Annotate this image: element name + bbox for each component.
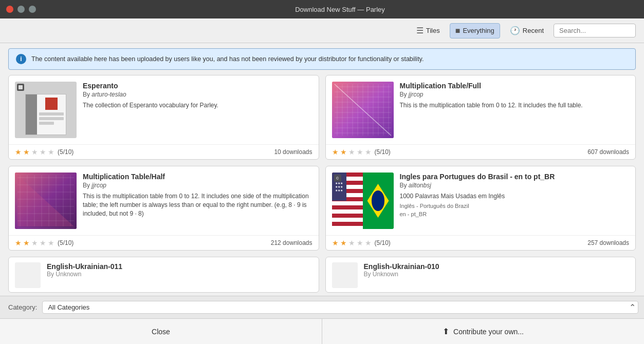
toolbar: ☰ Tiles ■ Everything 🕐 Recent bbox=[0, 18, 644, 43]
info-icon: i bbox=[16, 54, 26, 64]
star-1: ★ bbox=[15, 148, 22, 156]
tiles-icon: ☰ bbox=[416, 26, 424, 35]
titlebar: Download New Stuff — Parley bbox=[0, 0, 644, 18]
card-partial-info-uk-011: English-Ukrainian-011 By Unknown bbox=[47, 262, 312, 288]
br-flag bbox=[363, 173, 394, 229]
contribute-button[interactable]: ⬆ Contribute your own... bbox=[322, 319, 644, 344]
card-title-ingles-br: Ingles para Portugues do Brasil - en to … bbox=[400, 173, 630, 181]
card-partial-thumb-uk-011 bbox=[15, 262, 41, 288]
star-2: ★ bbox=[23, 239, 30, 247]
star-1: ★ bbox=[332, 148, 339, 156]
card-info-mult-full: Multiplication Table/Full By jjrcop This… bbox=[400, 82, 630, 138]
card-body-mult-full: Multiplication Table/Full By jjrcop This… bbox=[326, 75, 636, 144]
star-rating-mult-full: ★ ★ ★ ★ ★ (5/10) bbox=[332, 148, 391, 156]
card-mult-half[interactable]: Multiplication Table/Half By jjrcop This… bbox=[8, 166, 319, 251]
card-footer-mult-half: ★ ★ ★ ★ ★ (5/10) 212 downloads bbox=[9, 235, 319, 250]
card-ingles-br[interactable]: ★★★★★★★★★ © Ingles para Portu bbox=[325, 166, 636, 251]
category-bar: Category: All Categories ⌃ bbox=[0, 296, 644, 318]
card-partial-thumb-uk-010 bbox=[332, 262, 358, 288]
downloads-ingles-br: 257 downloads bbox=[587, 239, 629, 246]
rating-label-esperanto: (5/10) bbox=[58, 148, 73, 156]
cards-grid: Esperanto By arturo-teslao The collectio… bbox=[8, 75, 636, 296]
star-4: ★ bbox=[357, 148, 363, 156]
card-partial-subtitle-uk-010: By Unknown bbox=[364, 271, 630, 278]
star-3: ★ bbox=[348, 148, 355, 156]
card-body: Esperanto By arturo-teslao The collectio… bbox=[9, 75, 319, 144]
recent-button[interactable]: 🕐 Recent bbox=[504, 23, 549, 39]
info-text: The content available here has been uplo… bbox=[31, 55, 424, 63]
card-meta2-ingles-br: en - pt_BR bbox=[400, 211, 630, 217]
card-partial-body-uk-011: English-Ukrainian-011 By Unknown bbox=[9, 257, 319, 293]
star-5: ★ bbox=[365, 239, 372, 247]
close-window-button[interactable] bbox=[6, 6, 13, 13]
downloads-esperanto: 10 downloads bbox=[274, 148, 312, 156]
card-mult-full[interactable]: Multiplication Table/Full By jjrcop This… bbox=[325, 75, 636, 160]
star-4: ★ bbox=[357, 239, 363, 247]
minimize-window-button[interactable] bbox=[17, 6, 25, 13]
bottom-bar: Close ⬆ Contribute your own... bbox=[0, 318, 644, 344]
star-2: ★ bbox=[23, 148, 30, 156]
window-controls bbox=[6, 6, 36, 13]
contribute-label: Contribute your own... bbox=[453, 328, 524, 336]
rating-label-mult-half: (5/10) bbox=[58, 239, 73, 246]
card-body-ingles-br: ★★★★★★★★★ © Ingles para Portu bbox=[326, 166, 636, 235]
star-1: ★ bbox=[332, 239, 339, 247]
star-5: ★ bbox=[365, 148, 372, 156]
maximize-window-button[interactable] bbox=[29, 6, 36, 13]
card-author-ingles-br: By ailtonbsj bbox=[400, 182, 630, 189]
star-rating-esperanto: ★ ★ ★ ★ ★ (5/10) bbox=[15, 148, 73, 156]
clock-icon: 🕐 bbox=[510, 26, 520, 35]
everything-button[interactable]: ■ Everything bbox=[450, 23, 500, 39]
category-select[interactable]: All Categories bbox=[42, 301, 638, 314]
rating-label-ingles-br: (5/10) bbox=[375, 239, 391, 246]
card-esperanto[interactable]: Esperanto By arturo-teslao The collectio… bbox=[8, 75, 319, 160]
star-2: ★ bbox=[340, 148, 347, 156]
card-author-mult-full: By jjrcop bbox=[400, 91, 630, 98]
br-circle bbox=[372, 190, 384, 211]
downloads-mult-half: 212 downloads bbox=[271, 239, 312, 246]
tiles-button[interactable]: ☰ Tiles bbox=[411, 23, 446, 39]
star-5: ★ bbox=[48, 239, 54, 247]
close-button[interactable]: Close bbox=[0, 319, 322, 344]
card-footer-esperanto: ★ ★ ★ ★ ★ (5/10) 10 downloads bbox=[9, 144, 319, 159]
card-partial-title-uk-010: English-Ukrainian-010 bbox=[364, 262, 630, 271]
card-meta1-ingles-br: Inglês - Português do Brazil bbox=[400, 203, 630, 209]
card-info-ingles-br: Ingles para Portugues do Brasil - en to … bbox=[400, 173, 630, 229]
card-uk-010[interactable]: English-Ukrainian-010 By Unknown bbox=[325, 257, 636, 293]
star-3: ★ bbox=[348, 239, 355, 247]
card-author-mult-half: By jjrcop bbox=[83, 182, 312, 189]
card-uk-011[interactable]: English-Ukrainian-011 By Unknown bbox=[8, 257, 319, 293]
card-partial-title-uk-011: English-Ukrainian-011 bbox=[47, 262, 312, 271]
br-diamond bbox=[367, 184, 389, 218]
card-desc-ingles-br: 1000 Palavras Mais Usadas em Inglês bbox=[400, 192, 630, 201]
card-desc-esperanto: The collection of Esperanto vocabulary f… bbox=[83, 101, 312, 110]
card-desc-mult-full: This is the multiplication table from 0 … bbox=[400, 101, 630, 110]
downloads-mult-full: 607 downloads bbox=[587, 148, 629, 156]
mult-half-svg bbox=[15, 173, 77, 229]
everything-label: Everything bbox=[463, 27, 494, 34]
card-footer-mult-full: ★ ★ ★ ★ ★ (5/10) 607 downloads bbox=[326, 144, 636, 159]
star-5: ★ bbox=[48, 148, 54, 156]
mult-full-svg bbox=[332, 82, 394, 138]
card-author-esperanto: By arturo-teslao bbox=[83, 91, 312, 98]
window-title: Download New Stuff — Parley bbox=[42, 6, 638, 13]
card-partial-body-uk-010: English-Ukrainian-010 By Unknown bbox=[326, 257, 636, 293]
category-label: Category: bbox=[8, 303, 37, 311]
watermark: © bbox=[334, 175, 341, 182]
card-title-mult-full: Multiplication Table/Full bbox=[400, 82, 630, 90]
search-input[interactable] bbox=[554, 24, 636, 37]
star-rating-mult-half: ★ ★ ★ ★ ★ (5/10) bbox=[15, 239, 73, 247]
star-4: ★ bbox=[40, 148, 46, 156]
star-2: ★ bbox=[340, 239, 347, 247]
card-title-mult-half: Multiplication Table/Half bbox=[83, 173, 312, 181]
rating-label-mult-full: (5/10) bbox=[375, 148, 391, 156]
star-3: ★ bbox=[31, 239, 38, 247]
content-area: Esperanto By arturo-teslao The collectio… bbox=[0, 75, 644, 296]
card-footer-ingles-br: ★ ★ ★ ★ ★ (5/10) 257 downloads bbox=[326, 235, 636, 250]
star-4: ★ bbox=[40, 239, 46, 247]
card-info-esperanto: Esperanto By arturo-teslao The collectio… bbox=[83, 82, 312, 138]
card-partial-info-uk-010: English-Ukrainian-010 By Unknown bbox=[364, 262, 630, 288]
card-thumb-mult-half bbox=[15, 173, 77, 229]
recent-label: Recent bbox=[523, 27, 544, 34]
info-banner: i The content available here has been up… bbox=[8, 48, 636, 70]
